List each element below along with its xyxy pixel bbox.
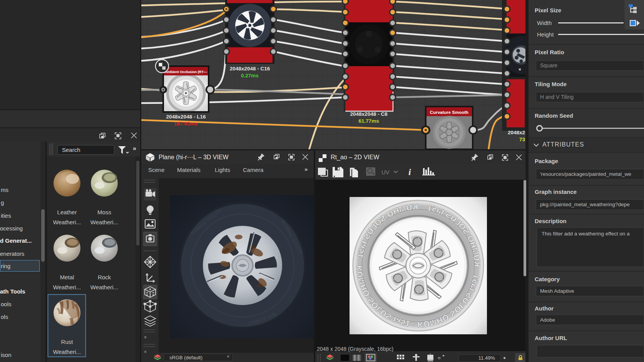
svg-text:i: i [408, 167, 411, 177]
svg-text:73: 73 [519, 137, 525, 142]
svg-text:Weatheri...: Weatheri... [53, 219, 81, 225]
svg-text:2048x2: 2048x2 [508, 130, 525, 135]
svg-text:2048x2048 - C8: 2048x2048 - C8 [350, 111, 388, 117]
svg-text:0.27ms: 0.27ms [241, 73, 259, 78]
svg-text:Weatheri...: Weatheri... [90, 219, 118, 225]
svg-text:Metal: Metal [60, 274, 74, 280]
svg-text:Leather: Leather [57, 209, 77, 215]
svg-text:2048x2048 - C16: 2048x2048 - C16 [230, 66, 270, 72]
svg-text:61.77ms: 61.77ms [358, 118, 379, 124]
svg-text:UV: UV [381, 169, 390, 175]
svg-text:⟲: ⟲ [438, 356, 441, 360]
svg-text:Weatheri...: Weatheri... [53, 349, 81, 355]
svg-text:Weatheri...: Weatheri... [90, 284, 118, 290]
svg-text:Rock: Rock [98, 274, 111, 280]
svg-text:Ambient Occlusion (RT—: Ambient Occlusion (RT— [165, 70, 207, 74]
svg-text:Curvature Smooth: Curvature Smooth [430, 110, 468, 115]
svg-text:167.03ms: 167.03ms [174, 121, 198, 127]
svg-text:Rust: Rust [61, 339, 74, 345]
svg-text:Weatheri...: Weatheri... [53, 284, 81, 290]
svg-text:2048x2048 - L16: 2048x2048 - L16 [166, 114, 206, 120]
svg-text:Moss: Moss [97, 209, 111, 215]
